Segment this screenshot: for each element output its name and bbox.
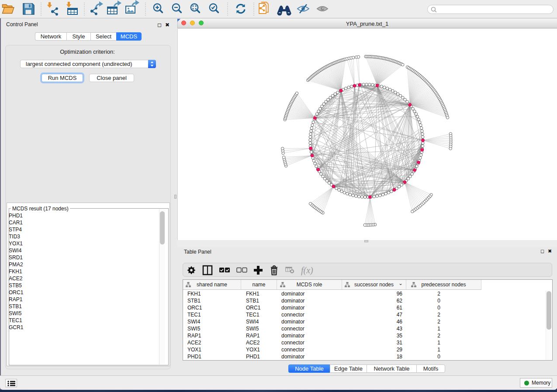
svg-text:f(x): f(x) xyxy=(301,265,313,275)
